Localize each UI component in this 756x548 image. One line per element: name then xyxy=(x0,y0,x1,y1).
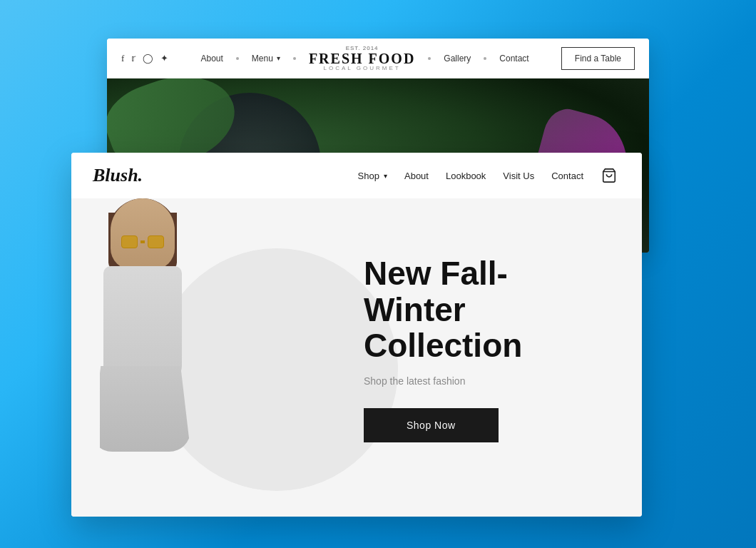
blush-hero: New Fall-Winter Collection Shop the late… xyxy=(71,198,642,517)
model-figure xyxy=(100,198,342,517)
nav-lookbook[interactable]: Lookbook xyxy=(446,171,486,181)
fresh-food-nav: About Menu ▾ EST. 2014 FRESH FOOD LOCAL … xyxy=(168,46,561,71)
shop-now-button[interactable]: Shop Now xyxy=(364,408,499,442)
model-body xyxy=(100,198,200,470)
facebook-icon[interactable]: f xyxy=(121,53,124,64)
find-table-button[interactable]: Find a Table xyxy=(561,47,635,70)
nav-dot-1 xyxy=(236,57,239,60)
nav-gallery[interactable]: Gallery xyxy=(444,54,471,64)
twitter-icon[interactable]: 𝕣 xyxy=(131,53,136,64)
nav-menu[interactable]: Menu ▾ xyxy=(252,54,280,64)
yelp-icon[interactable]: ✦ xyxy=(160,53,168,64)
glasses-lens-right xyxy=(148,235,164,248)
model-torso xyxy=(103,266,182,380)
model-skirt xyxy=(100,366,190,452)
blush-logo[interactable]: Blush. xyxy=(93,165,143,186)
cart-icon-svg xyxy=(601,168,617,183)
brand: EST. 2014 FRESH FOOD LOCAL GOURMET xyxy=(309,46,415,71)
nav-dot-3 xyxy=(428,57,431,60)
blush-card: Blush. Shop ▾ About Lookbook Visit Us Co… xyxy=(71,153,642,517)
nav-about[interactable]: About xyxy=(404,171,429,181)
social-links: f 𝕣 ◯ ✦ xyxy=(121,53,168,64)
hero-title: New Fall-Winter Collection xyxy=(364,255,606,364)
blush-header: Blush. Shop ▾ About Lookbook Visit Us Co… xyxy=(71,153,642,198)
nav-shop[interactable]: Shop ▾ xyxy=(358,171,387,181)
model-head xyxy=(111,198,175,270)
glasses-frame xyxy=(121,235,164,248)
nav-contact[interactable]: Contact xyxy=(499,54,528,64)
model-glasses xyxy=(121,235,164,250)
brand-sub: LOCAL GOURMET xyxy=(309,66,415,71)
brand-name: FRESH FOOD xyxy=(309,51,415,66)
shop-chevron: ▾ xyxy=(384,172,387,180)
hero-title-line1: New Fall-Winter xyxy=(364,255,508,328)
blush-nav: Shop ▾ About Lookbook Visit Us Contact xyxy=(143,171,583,181)
hero-subtitle: Shop the latest fashion xyxy=(364,375,606,387)
nav-dot-4 xyxy=(484,57,486,60)
hero-text-block: New Fall-Winter Collection Shop the late… xyxy=(364,255,606,442)
nav-contact[interactable]: Contact xyxy=(551,171,583,181)
hero-title-line2: Collection xyxy=(364,327,522,364)
instagram-icon[interactable]: ◯ xyxy=(143,53,153,64)
nav-about[interactable]: About xyxy=(200,54,223,64)
cart-button[interactable] xyxy=(598,164,620,187)
nav-visit-us[interactable]: Visit Us xyxy=(503,171,534,181)
fresh-food-header: f 𝕣 ◯ ✦ About Menu ▾ EST. 2014 FRESH FOO… xyxy=(107,39,649,78)
nav-dot-2 xyxy=(293,57,296,60)
glasses-bridge xyxy=(141,240,145,243)
glasses-lens-left xyxy=(121,235,138,248)
